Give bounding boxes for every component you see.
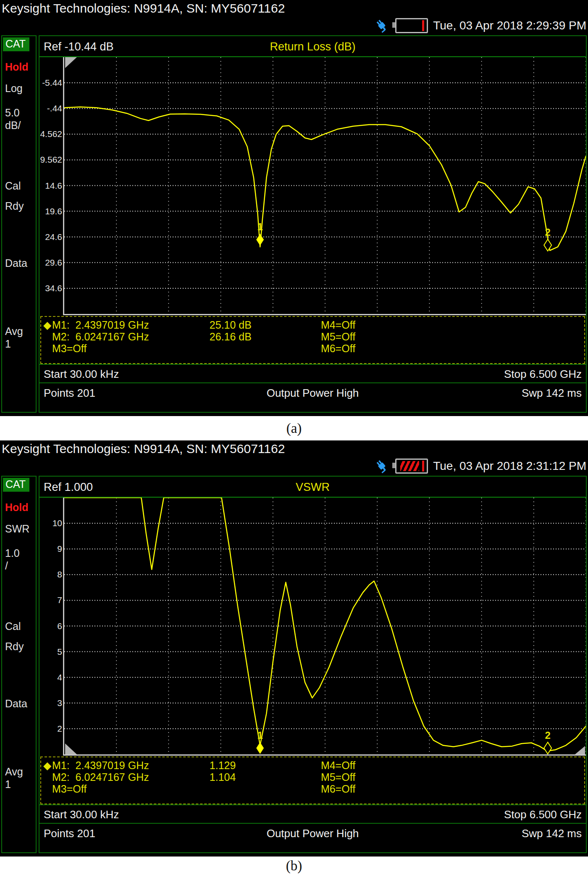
y-axis-labels: 1098765432 — [39, 498, 63, 756]
ref-level-wedge-icon — [65, 57, 77, 68]
active-marker-diamond-icon: ◆ — [43, 319, 51, 331]
sidebar-label-cal: Cal — [5, 620, 21, 633]
ac-plug-icon — [373, 17, 390, 34]
marker-freq-cell: M1: 2.4397019 GHz — [52, 319, 149, 331]
panel-header: Ref -10.44 dB Return Loss (dB) — [39, 36, 586, 57]
status-bar: Tue, 03 Apr 2018 2:29:39 PM — [0, 16, 588, 35]
ac-plug-icon — [373, 458, 390, 474]
measurement-label: VSWR — [296, 477, 330, 498]
marker-row: ◆M1: 2.4397019 GHz1.129M4=Off — [41, 760, 584, 771]
status-bar: Tue, 03 Apr 2018 2:31:12 PM — [0, 456, 588, 476]
marker-table: ◆M1: 2.4397019 GHz25.10 dBM4=OffM2: 6.02… — [40, 316, 585, 364]
sidebar-label-data: Data — [5, 257, 27, 269]
y-axis-labels: -5.44-.444.5629.56214.619.624.629.634.6 — [39, 57, 63, 315]
axis-tick-label: 3 — [57, 698, 62, 708]
axis-tick-label: 34.6 — [45, 284, 62, 293]
output-power-label: Output Power High — [267, 383, 359, 403]
plot-area: 12 — [63, 57, 586, 315]
axis-tick-label: 6 — [57, 622, 62, 631]
marker-value-cell: 1.129 — [210, 760, 236, 771]
axis-tick-label: 29.6 — [45, 258, 62, 267]
frequency-row: Start 30.00 kHz Stop 6.500 GHz — [39, 364, 586, 382]
axis-tick-label: 7 — [57, 596, 62, 605]
active-marker-diamond-icon: ◆ — [43, 760, 51, 771]
sidebar-label-rdy: Rdy — [5, 640, 24, 653]
sidebar-label-data: Data — [5, 698, 27, 710]
axis-tick-label: 4 — [57, 673, 62, 682]
marker-state-cell: M5=Off — [321, 772, 355, 783]
sweep-time-label: Swp 142 ms — [522, 383, 582, 403]
marker-state-cell: M4=Off — [321, 760, 355, 771]
instrument-title: Keysight Technologies: N9914A, SN: MY560… — [0, 440, 588, 456]
output-power-label: Output Power High — [267, 824, 359, 843]
axis-tick-label: -.44 — [47, 104, 62, 113]
ref-level-label: Ref 1.000 — [39, 481, 93, 493]
marker-number-2: 2 — [545, 730, 551, 741]
marker-freq-cell: M3=Off — [52, 343, 87, 354]
battery-icon — [395, 459, 428, 474]
plot-wrap: -5.44-.444.5629.56214.619.624.629.634.6 … — [39, 57, 586, 315]
marker-state-cell: M6=Off — [321, 343, 355, 354]
marker-row: M3=OffM6=Off — [41, 783, 584, 795]
sweep-time-label: Swp 142 ms — [522, 824, 582, 843]
axis-tick-label: -5.44 — [42, 78, 62, 87]
measurement-panel: Ref 1.000 VSWR 1098765432 12 ◆M1: 2.4397… — [39, 476, 587, 853]
marker-row: M3=OffM6=Off — [41, 343, 584, 354]
points-label: Points 201 — [44, 383, 95, 403]
sidebar: CATHoldLog5.0dB/CalRdyDataAvg1 — [1, 35, 37, 413]
battery-low-tick — [422, 20, 424, 31]
caption-b: (b) — [0, 857, 588, 875]
axis-tick-label: 24.6 — [45, 232, 62, 242]
frequency-row: Start 30.00 kHz Stop 6.500 GHz — [39, 804, 586, 823]
axis-tick-label: 8 — [57, 570, 62, 579]
trace-chart-svg: 12 — [64, 57, 586, 314]
marker-row: M2: 6.0247167 GHz26.16 dBM5=Off — [41, 331, 584, 343]
plot-area: 12 — [63, 498, 586, 756]
ref-level-label: Ref -10.44 dB — [39, 40, 114, 53]
instrument-title: Keysight Technologies: N9914A, SN: MY560… — [0, 0, 588, 16]
marker-diamond-1 — [256, 234, 264, 245]
panel-header: Ref 1.000 VSWR — [39, 477, 586, 498]
marker-table: ◆M1: 2.4397019 GHz1.129M4=OffM2: 6.02471… — [40, 756, 585, 804]
sidebar-label-rdy: Rdy — [5, 200, 24, 212]
marker-diamond-2 — [544, 239, 551, 251]
fieldfox-screen-b: Keysight Technologies: N9914A, SN: MY560… — [0, 440, 588, 857]
axis-tick-label: 4.562 — [40, 129, 62, 139]
axis-tick-label: 9 — [57, 544, 62, 553]
battery-low-tick — [422, 461, 424, 472]
marker-freq-cell: M2: 6.0247167 GHz — [52, 772, 149, 783]
sidebar-label-1: 1 — [5, 778, 11, 791]
caption-a: (a) — [0, 416, 588, 440]
datetime-text: Tue, 03 Apr 2018 2:31:12 PM — [433, 459, 586, 473]
axis-tick-label: 2 — [57, 724, 62, 733]
sweep-status-row: Points 201 Output Power High Swp 142 ms — [39, 382, 586, 402]
marker-diamond-1 — [256, 742, 264, 754]
marker-row: M2: 6.0247167 GHz1.104M5=Off — [41, 772, 584, 783]
ref-level-wedge-icon — [65, 743, 77, 754]
sweep-status-row: Points 201 Output Power High Swp 142 ms — [39, 823, 586, 842]
plot-wrap: 1098765432 12 — [39, 498, 586, 756]
marker-value-cell: 26.16 dB — [210, 331, 252, 343]
measurement-panel: Ref -10.44 dB Return Loss (dB) -5.44-.44… — [39, 35, 587, 413]
sidebar-label-10: 1.0 — [5, 547, 20, 559]
marker-row: ◆M1: 2.4397019 GHz25.10 dBM4=Off — [41, 319, 584, 331]
marker-value-cell: 1.104 — [210, 772, 236, 783]
sidebar-label-avg: Avg — [5, 766, 23, 778]
marker-freq-cell: M2: 6.0247167 GHz — [52, 331, 149, 343]
ref-level-wedge-icon — [575, 746, 585, 754]
sidebar-label-swr: SWR — [5, 523, 29, 535]
sidebar-label-log: Log — [5, 82, 23, 95]
sidebar-label-cat: CAT — [3, 478, 29, 492]
battery-icon — [395, 18, 428, 33]
marker-diamond-2 — [544, 742, 551, 754]
battery-charge-hatch — [400, 461, 419, 471]
marker-freq-cell: M1: 2.4397019 GHz — [52, 760, 149, 771]
trace-chart-svg: 12 — [64, 498, 586, 754]
sidebar-label-: / — [5, 560, 8, 572]
sidebar-label-avg: Avg — [5, 325, 23, 337]
freq-start-label: Start 30.00 kHz — [44, 365, 119, 382]
marker-number-2: 2 — [545, 227, 551, 238]
fieldfox-screen-a: Keysight Technologies: N9914A, SN: MY560… — [0, 0, 588, 416]
marker-state-cell: M6=Off — [321, 783, 355, 795]
marker-number-1: 1 — [257, 730, 262, 741]
